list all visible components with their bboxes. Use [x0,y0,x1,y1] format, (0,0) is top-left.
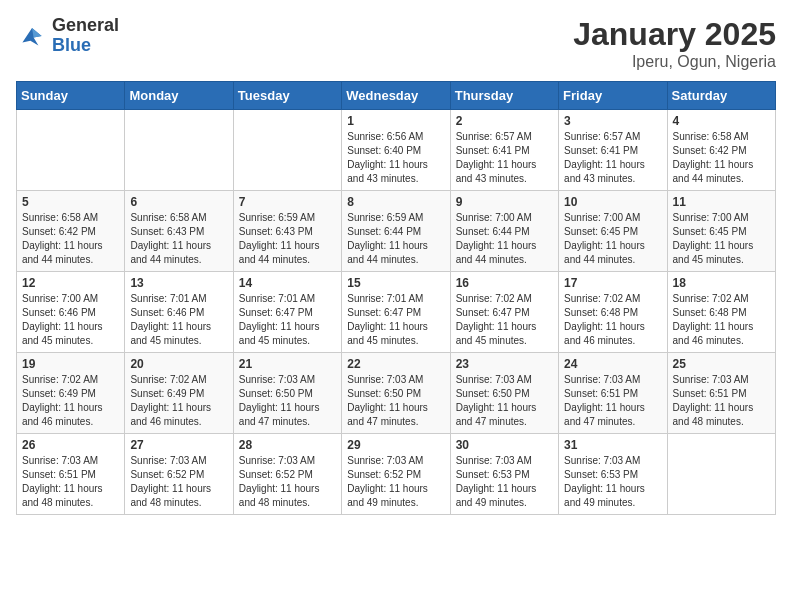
calendar-cell: 15Sunrise: 7:01 AM Sunset: 6:47 PM Dayli… [342,272,450,353]
calendar-cell: 11Sunrise: 7:00 AM Sunset: 6:45 PM Dayli… [667,191,775,272]
day-info: Sunrise: 7:00 AM Sunset: 6:44 PM Dayligh… [456,211,553,267]
day-number: 24 [564,357,661,371]
day-info: Sunrise: 6:58 AM Sunset: 6:42 PM Dayligh… [22,211,119,267]
day-info: Sunrise: 7:03 AM Sunset: 6:53 PM Dayligh… [564,454,661,510]
day-info: Sunrise: 7:01 AM Sunset: 6:47 PM Dayligh… [347,292,444,348]
day-number: 8 [347,195,444,209]
logo-general: General [52,15,119,35]
calendar-cell: 26Sunrise: 7:03 AM Sunset: 6:51 PM Dayli… [17,434,125,515]
calendar-day-header: Saturday [667,82,775,110]
day-info: Sunrise: 7:03 AM Sunset: 6:51 PM Dayligh… [22,454,119,510]
day-number: 6 [130,195,227,209]
day-number: 10 [564,195,661,209]
day-info: Sunrise: 6:58 AM Sunset: 6:42 PM Dayligh… [673,130,770,186]
day-info: Sunrise: 7:02 AM Sunset: 6:49 PM Dayligh… [130,373,227,429]
logo: General Blue [16,16,119,56]
calendar-cell: 22Sunrise: 7:03 AM Sunset: 6:50 PM Dayli… [342,353,450,434]
day-info: Sunrise: 7:00 AM Sunset: 6:45 PM Dayligh… [564,211,661,267]
calendar-day-header: Thursday [450,82,558,110]
day-info: Sunrise: 6:58 AM Sunset: 6:43 PM Dayligh… [130,211,227,267]
day-info: Sunrise: 7:02 AM Sunset: 6:49 PM Dayligh… [22,373,119,429]
day-info: Sunrise: 7:02 AM Sunset: 6:48 PM Dayligh… [564,292,661,348]
day-number: 12 [22,276,119,290]
calendar-cell: 18Sunrise: 7:02 AM Sunset: 6:48 PM Dayli… [667,272,775,353]
day-number: 4 [673,114,770,128]
calendar-cell: 4Sunrise: 6:58 AM Sunset: 6:42 PM Daylig… [667,110,775,191]
day-info: Sunrise: 7:03 AM Sunset: 6:51 PM Dayligh… [673,373,770,429]
calendar-cell: 10Sunrise: 7:00 AM Sunset: 6:45 PM Dayli… [559,191,667,272]
logo-icon [16,20,48,52]
day-number: 25 [673,357,770,371]
day-info: Sunrise: 7:01 AM Sunset: 6:46 PM Dayligh… [130,292,227,348]
day-info: Sunrise: 7:03 AM Sunset: 6:53 PM Dayligh… [456,454,553,510]
calendar-cell [233,110,341,191]
calendar-cell: 13Sunrise: 7:01 AM Sunset: 6:46 PM Dayli… [125,272,233,353]
day-number: 30 [456,438,553,452]
day-number: 11 [673,195,770,209]
day-number: 20 [130,357,227,371]
day-number: 26 [22,438,119,452]
calendar-cell: 25Sunrise: 7:03 AM Sunset: 6:51 PM Dayli… [667,353,775,434]
day-info: Sunrise: 7:03 AM Sunset: 6:52 PM Dayligh… [347,454,444,510]
calendar-day-header: Tuesday [233,82,341,110]
day-number: 15 [347,276,444,290]
calendar-day-header: Friday [559,82,667,110]
calendar-cell: 1Sunrise: 6:56 AM Sunset: 6:40 PM Daylig… [342,110,450,191]
day-number: 16 [456,276,553,290]
calendar-cell: 29Sunrise: 7:03 AM Sunset: 6:52 PM Dayli… [342,434,450,515]
calendar-cell: 27Sunrise: 7:03 AM Sunset: 6:52 PM Dayli… [125,434,233,515]
day-info: Sunrise: 7:00 AM Sunset: 6:46 PM Dayligh… [22,292,119,348]
day-info: Sunrise: 7:00 AM Sunset: 6:45 PM Dayligh… [673,211,770,267]
day-number: 17 [564,276,661,290]
page-title: January 2025 [573,16,776,53]
calendar-week-row: 26Sunrise: 7:03 AM Sunset: 6:51 PM Dayli… [17,434,776,515]
day-number: 29 [347,438,444,452]
day-number: 22 [347,357,444,371]
calendar-cell: 3Sunrise: 6:57 AM Sunset: 6:41 PM Daylig… [559,110,667,191]
calendar-day-header: Wednesday [342,82,450,110]
calendar-cell: 2Sunrise: 6:57 AM Sunset: 6:41 PM Daylig… [450,110,558,191]
day-info: Sunrise: 7:02 AM Sunset: 6:47 PM Dayligh… [456,292,553,348]
svg-marker-1 [32,28,42,38]
day-info: Sunrise: 7:03 AM Sunset: 6:50 PM Dayligh… [456,373,553,429]
page-subtitle: Iperu, Ogun, Nigeria [573,53,776,71]
calendar-header-row: SundayMondayTuesdayWednesdayThursdayFrid… [17,82,776,110]
day-number: 18 [673,276,770,290]
calendar-cell: 16Sunrise: 7:02 AM Sunset: 6:47 PM Dayli… [450,272,558,353]
calendar-cell: 5Sunrise: 6:58 AM Sunset: 6:42 PM Daylig… [17,191,125,272]
day-number: 14 [239,276,336,290]
title-block: January 2025 Iperu, Ogun, Nigeria [573,16,776,71]
day-number: 2 [456,114,553,128]
day-number: 5 [22,195,119,209]
day-info: Sunrise: 6:59 AM Sunset: 6:44 PM Dayligh… [347,211,444,267]
day-number: 23 [456,357,553,371]
day-info: Sunrise: 7:03 AM Sunset: 6:52 PM Dayligh… [239,454,336,510]
calendar-cell: 19Sunrise: 7:02 AM Sunset: 6:49 PM Dayli… [17,353,125,434]
day-number: 1 [347,114,444,128]
day-info: Sunrise: 6:57 AM Sunset: 6:41 PM Dayligh… [564,130,661,186]
day-info: Sunrise: 6:57 AM Sunset: 6:41 PM Dayligh… [456,130,553,186]
day-number: 31 [564,438,661,452]
calendar-week-row: 5Sunrise: 6:58 AM Sunset: 6:42 PM Daylig… [17,191,776,272]
calendar-week-row: 19Sunrise: 7:02 AM Sunset: 6:49 PM Dayli… [17,353,776,434]
logo-text: General Blue [52,16,119,56]
calendar-cell: 8Sunrise: 6:59 AM Sunset: 6:44 PM Daylig… [342,191,450,272]
day-number: 3 [564,114,661,128]
calendar-cell: 9Sunrise: 7:00 AM Sunset: 6:44 PM Daylig… [450,191,558,272]
calendar-cell: 17Sunrise: 7:02 AM Sunset: 6:48 PM Dayli… [559,272,667,353]
page-header: General Blue January 2025 Iperu, Ogun, N… [16,16,776,71]
day-info: Sunrise: 6:56 AM Sunset: 6:40 PM Dayligh… [347,130,444,186]
calendar-cell [17,110,125,191]
calendar-cell: 30Sunrise: 7:03 AM Sunset: 6:53 PM Dayli… [450,434,558,515]
day-info: Sunrise: 7:03 AM Sunset: 6:50 PM Dayligh… [239,373,336,429]
calendar-cell: 7Sunrise: 6:59 AM Sunset: 6:43 PM Daylig… [233,191,341,272]
day-info: Sunrise: 7:02 AM Sunset: 6:48 PM Dayligh… [673,292,770,348]
calendar-cell: 20Sunrise: 7:02 AM Sunset: 6:49 PM Dayli… [125,353,233,434]
calendar-cell: 24Sunrise: 7:03 AM Sunset: 6:51 PM Dayli… [559,353,667,434]
calendar-day-header: Monday [125,82,233,110]
day-number: 7 [239,195,336,209]
calendar-day-header: Sunday [17,82,125,110]
day-info: Sunrise: 7:03 AM Sunset: 6:52 PM Dayligh… [130,454,227,510]
calendar-cell: 28Sunrise: 7:03 AM Sunset: 6:52 PM Dayli… [233,434,341,515]
day-number: 9 [456,195,553,209]
